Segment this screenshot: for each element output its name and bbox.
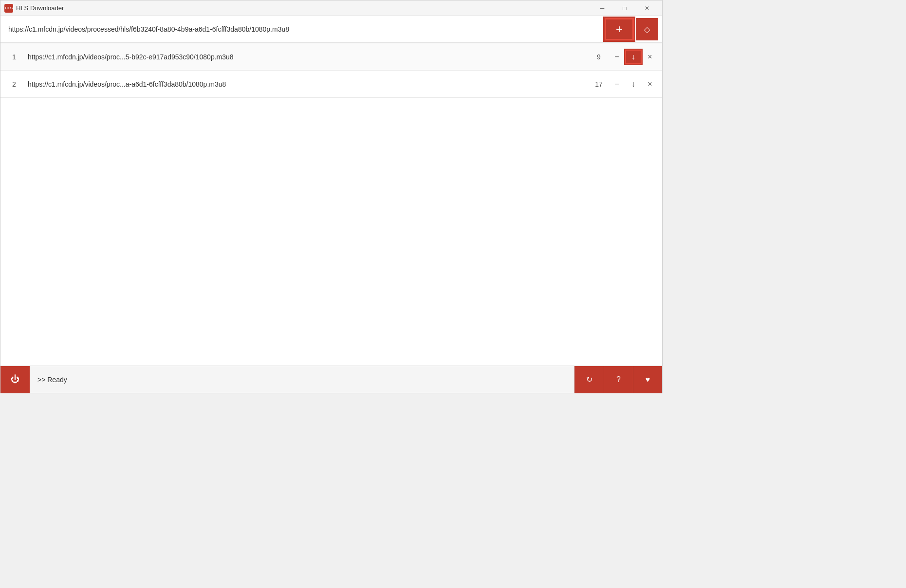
item-number: 1 bbox=[4, 53, 24, 61]
help-button[interactable]: ? bbox=[604, 366, 633, 393]
download-list: 1 https://c1.mfcdn.jp/videos/proc...5-b9… bbox=[0, 43, 662, 366]
main-window: HLS HLS Downloader ─ □ ✕ + ◇ 1 https://c… bbox=[0, 0, 663, 393]
download-button[interactable]: ↓ bbox=[625, 77, 642, 92]
refresh-button[interactable]: ↻ bbox=[574, 366, 604, 393]
list-item: 1 https://c1.mfcdn.jp/videos/proc...5-b9… bbox=[0, 43, 662, 71]
paste-button[interactable]: ◇ bbox=[636, 18, 658, 40]
add-button[interactable]: + bbox=[605, 18, 634, 40]
minimize-button[interactable]: ─ bbox=[591, 0, 613, 16]
item-url: https://c1.mfcdn.jp/videos/proc...a-a6d1… bbox=[24, 80, 589, 88]
window-title: HLS Downloader bbox=[16, 4, 64, 12]
item-count: 9 bbox=[589, 53, 609, 61]
title-bar-left: HLS HLS Downloader bbox=[4, 4, 64, 13]
status-bar: ⏻ >> Ready ↻ ? ♥ bbox=[0, 366, 662, 393]
power-button[interactable]: ⏻ bbox=[0, 366, 30, 393]
heart-button[interactable]: ♥ bbox=[633, 366, 662, 393]
refresh-icon: ↻ bbox=[586, 375, 592, 384]
remove-button[interactable]: × bbox=[642, 50, 658, 64]
download-button[interactable]: ↓ bbox=[625, 50, 642, 64]
heart-icon: ♥ bbox=[646, 375, 650, 384]
remove-button[interactable]: × bbox=[642, 77, 658, 92]
item-url: https://c1.mfcdn.jp/videos/proc...5-b92c… bbox=[24, 53, 589, 61]
list-item: 2 https://c1.mfcdn.jp/videos/proc...a-a6… bbox=[0, 71, 662, 98]
power-icon: ⏻ bbox=[11, 374, 19, 385]
item-number: 2 bbox=[4, 80, 24, 88]
pause-button[interactable]: − bbox=[609, 50, 625, 64]
pause-button[interactable]: − bbox=[609, 77, 625, 92]
url-bar: + ◇ bbox=[0, 16, 662, 43]
maximize-button[interactable]: □ bbox=[613, 0, 636, 16]
url-input[interactable] bbox=[4, 20, 603, 38]
app-icon: HLS bbox=[4, 4, 13, 13]
help-icon: ? bbox=[616, 375, 621, 384]
item-count: 17 bbox=[589, 80, 609, 88]
status-text: >> Ready bbox=[30, 376, 574, 384]
status-actions: ↻ ? ♥ bbox=[574, 366, 662, 393]
close-button[interactable]: ✕ bbox=[636, 0, 658, 16]
title-bar: HLS HLS Downloader ─ □ ✕ bbox=[0, 0, 662, 16]
title-bar-controls: ─ □ ✕ bbox=[591, 0, 658, 16]
